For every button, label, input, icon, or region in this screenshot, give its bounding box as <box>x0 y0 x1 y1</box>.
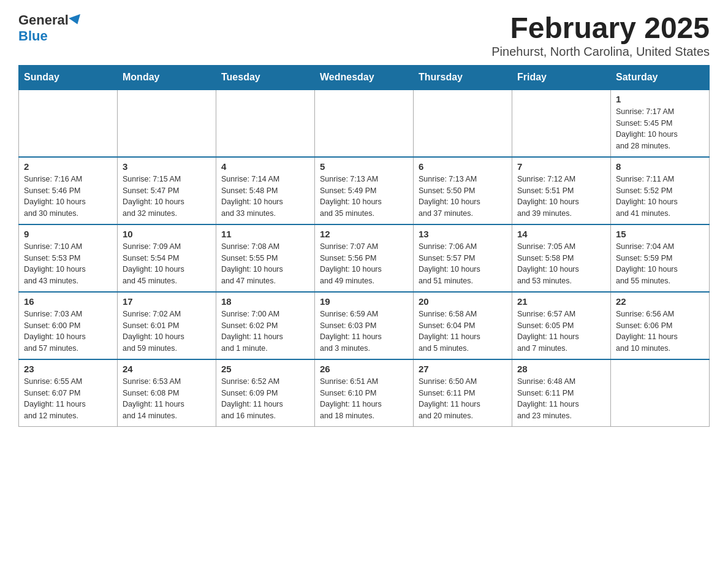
day-info: Sunrise: 7:09 AMSunset: 5:54 PMDaylight:… <box>123 241 211 287</box>
calendar-day-cell <box>414 90 512 157</box>
day-number: 8 <box>616 161 704 172</box>
weekday-header-thursday: Thursday <box>414 65 512 90</box>
day-number: 14 <box>517 229 605 239</box>
day-number: 26 <box>320 364 408 374</box>
day-info: Sunrise: 7:13 AMSunset: 5:49 PMDaylight:… <box>320 174 408 220</box>
calendar-day-cell: 24Sunrise: 6:53 AMSunset: 6:08 PMDayligh… <box>118 359 216 427</box>
day-number: 10 <box>123 229 211 239</box>
day-info: Sunrise: 7:05 AMSunset: 5:58 PMDaylight:… <box>517 241 605 287</box>
calendar-day-cell: 11Sunrise: 7:08 AMSunset: 5:55 PMDayligh… <box>216 224 315 292</box>
day-number: 13 <box>419 229 507 239</box>
calendar-day-cell: 16Sunrise: 7:03 AMSunset: 6:00 PMDayligh… <box>19 292 118 359</box>
calendar-day-cell: 25Sunrise: 6:52 AMSunset: 6:09 PMDayligh… <box>216 359 315 427</box>
calendar-day-cell: 22Sunrise: 6:56 AMSunset: 6:06 PMDayligh… <box>611 292 710 359</box>
calendar-week-row: 2Sunrise: 7:16 AMSunset: 5:46 PMDaylight… <box>19 157 710 224</box>
day-number: 20 <box>419 296 507 307</box>
calendar-subtitle: Pinehurst, North Carolina, United States <box>491 45 710 59</box>
page-header: General Blue February 2025 Pinehurst, No… <box>18 12 710 59</box>
day-info: Sunrise: 7:02 AMSunset: 6:01 PMDaylight:… <box>123 308 211 354</box>
day-info: Sunrise: 7:10 AMSunset: 5:53 PMDaylight:… <box>24 241 112 287</box>
day-info: Sunrise: 7:06 AMSunset: 5:57 PMDaylight:… <box>419 241 507 287</box>
calendar-week-row: 9Sunrise: 7:10 AMSunset: 5:53 PMDaylight… <box>19 224 710 292</box>
logo-triangle-icon <box>69 14 83 26</box>
day-info: Sunrise: 6:52 AMSunset: 6:09 PMDaylight:… <box>221 376 309 422</box>
calendar-day-cell: 26Sunrise: 6:51 AMSunset: 6:10 PMDayligh… <box>315 359 414 427</box>
weekday-header-wednesday: Wednesday <box>315 65 414 90</box>
day-info: Sunrise: 6:51 AMSunset: 6:10 PMDaylight:… <box>320 376 408 422</box>
weekday-header-friday: Friday <box>512 65 611 90</box>
calendar-day-cell: 10Sunrise: 7:09 AMSunset: 5:54 PMDayligh… <box>118 224 216 292</box>
day-number: 22 <box>616 296 704 307</box>
calendar-day-cell: 2Sunrise: 7:16 AMSunset: 5:46 PMDaylight… <box>19 157 118 224</box>
day-info: Sunrise: 6:53 AMSunset: 6:08 PMDaylight:… <box>123 376 211 422</box>
weekday-header-sunday: Sunday <box>19 65 118 90</box>
day-info: Sunrise: 7:08 AMSunset: 5:55 PMDaylight:… <box>221 241 309 287</box>
day-info: Sunrise: 6:56 AMSunset: 6:06 PMDaylight:… <box>616 308 704 354</box>
day-info: Sunrise: 6:48 AMSunset: 6:11 PMDaylight:… <box>517 376 605 422</box>
calendar-day-cell: 21Sunrise: 6:57 AMSunset: 6:05 PMDayligh… <box>512 292 611 359</box>
calendar-day-cell <box>118 90 216 157</box>
day-info: Sunrise: 7:04 AMSunset: 5:59 PMDaylight:… <box>616 241 704 287</box>
calendar-day-cell: 27Sunrise: 6:50 AMSunset: 6:11 PMDayligh… <box>414 359 512 427</box>
calendar-day-cell <box>315 90 414 157</box>
calendar-day-cell: 8Sunrise: 7:11 AMSunset: 5:52 PMDaylight… <box>611 157 710 224</box>
day-info: Sunrise: 7:17 AMSunset: 5:45 PMDaylight:… <box>616 106 704 152</box>
day-info: Sunrise: 6:58 AMSunset: 6:04 PMDaylight:… <box>419 308 507 354</box>
day-number: 18 <box>221 296 309 307</box>
day-number: 24 <box>123 364 211 374</box>
day-info: Sunrise: 7:13 AMSunset: 5:50 PMDaylight:… <box>419 174 507 220</box>
day-info: Sunrise: 7:11 AMSunset: 5:52 PMDaylight:… <box>616 174 704 220</box>
day-info: Sunrise: 7:00 AMSunset: 6:02 PMDaylight:… <box>221 308 309 354</box>
day-number: 7 <box>517 161 605 172</box>
day-number: 4 <box>221 161 309 172</box>
day-info: Sunrise: 6:55 AMSunset: 6:07 PMDaylight:… <box>24 376 112 422</box>
weekday-header-monday: Monday <box>118 65 216 90</box>
calendar-title: February 2025 <box>491 12 710 45</box>
day-info: Sunrise: 6:57 AMSunset: 6:05 PMDaylight:… <box>517 308 605 354</box>
weekday-header-tuesday: Tuesday <box>216 65 315 90</box>
calendar-day-cell: 9Sunrise: 7:10 AMSunset: 5:53 PMDaylight… <box>19 224 118 292</box>
calendar-day-cell: 23Sunrise: 6:55 AMSunset: 6:07 PMDayligh… <box>19 359 118 427</box>
calendar-day-cell: 15Sunrise: 7:04 AMSunset: 5:59 PMDayligh… <box>611 224 710 292</box>
calendar-week-row: 16Sunrise: 7:03 AMSunset: 6:00 PMDayligh… <box>19 292 710 359</box>
calendar-day-cell: 12Sunrise: 7:07 AMSunset: 5:56 PMDayligh… <box>315 224 414 292</box>
day-number: 6 <box>419 161 507 172</box>
day-number: 9 <box>24 229 112 239</box>
day-number: 2 <box>24 161 112 172</box>
day-number: 23 <box>24 364 112 374</box>
logo: General Blue <box>18 12 82 44</box>
calendar-day-cell <box>611 359 710 427</box>
day-number: 25 <box>221 364 309 374</box>
calendar-day-cell: 7Sunrise: 7:12 AMSunset: 5:51 PMDaylight… <box>512 157 611 224</box>
day-number: 17 <box>123 296 211 307</box>
day-info: Sunrise: 7:12 AMSunset: 5:51 PMDaylight:… <box>517 174 605 220</box>
calendar-day-cell: 18Sunrise: 7:00 AMSunset: 6:02 PMDayligh… <box>216 292 315 359</box>
logo-blue-text: Blue <box>18 28 48 44</box>
calendar-day-cell: 6Sunrise: 7:13 AMSunset: 5:50 PMDaylight… <box>414 157 512 224</box>
calendar-day-cell: 1Sunrise: 7:17 AMSunset: 5:45 PMDaylight… <box>611 90 710 157</box>
day-number: 3 <box>123 161 211 172</box>
calendar-day-cell: 14Sunrise: 7:05 AMSunset: 5:58 PMDayligh… <box>512 224 611 292</box>
calendar-day-cell: 5Sunrise: 7:13 AMSunset: 5:49 PMDaylight… <box>315 157 414 224</box>
calendar-table: SundayMondayTuesdayWednesdayThursdayFrid… <box>18 65 710 427</box>
day-info: Sunrise: 6:50 AMSunset: 6:11 PMDaylight:… <box>419 376 507 422</box>
day-number: 5 <box>320 161 408 172</box>
calendar-day-cell: 20Sunrise: 6:58 AMSunset: 6:04 PMDayligh… <box>414 292 512 359</box>
calendar-day-cell: 4Sunrise: 7:14 AMSunset: 5:48 PMDaylight… <box>216 157 315 224</box>
title-block: February 2025 Pinehurst, North Carolina,… <box>491 12 710 59</box>
calendar-week-row: 1Sunrise: 7:17 AMSunset: 5:45 PMDaylight… <box>19 90 710 157</box>
weekday-header-saturday: Saturday <box>611 65 710 90</box>
day-info: Sunrise: 7:15 AMSunset: 5:47 PMDaylight:… <box>123 174 211 220</box>
day-number: 19 <box>320 296 408 307</box>
day-number: 1 <box>616 94 704 104</box>
calendar-header-row: SundayMondayTuesdayWednesdayThursdayFrid… <box>19 65 710 90</box>
calendar-day-cell <box>216 90 315 157</box>
calendar-week-row: 23Sunrise: 6:55 AMSunset: 6:07 PMDayligh… <box>19 359 710 427</box>
day-info: Sunrise: 7:14 AMSunset: 5:48 PMDaylight:… <box>221 174 309 220</box>
calendar-day-cell <box>19 90 118 157</box>
calendar-day-cell: 19Sunrise: 6:59 AMSunset: 6:03 PMDayligh… <box>315 292 414 359</box>
calendar-day-cell <box>512 90 611 157</box>
calendar-day-cell: 28Sunrise: 6:48 AMSunset: 6:11 PMDayligh… <box>512 359 611 427</box>
calendar-day-cell: 17Sunrise: 7:02 AMSunset: 6:01 PMDayligh… <box>118 292 216 359</box>
day-number: 15 <box>616 229 704 239</box>
